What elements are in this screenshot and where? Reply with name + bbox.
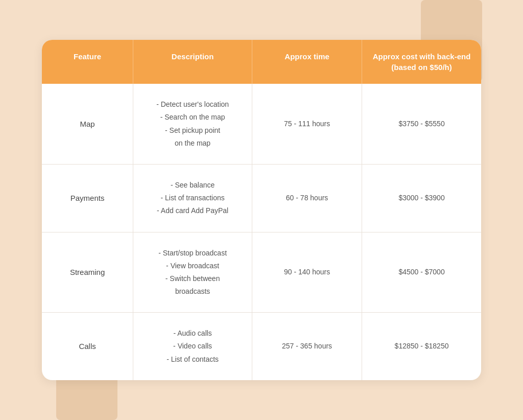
- description-streaming: - Start/stop broadcast - View broadcast …: [133, 232, 252, 313]
- desc-line: - Search on the map: [160, 111, 225, 124]
- header-description: Description: [133, 40, 252, 84]
- cost-payments: $3000 - $3900: [362, 165, 481, 232]
- desc-line: - Set pickup point: [165, 124, 220, 137]
- desc-line: - List of transactions: [160, 192, 224, 204]
- table-body: Map - Detect user's location - Search on…: [42, 84, 481, 380]
- feature-map: Map: [42, 84, 133, 164]
- feature-payments: Payments: [42, 165, 133, 232]
- header-feature: Feature: [42, 40, 133, 84]
- desc-line: - View broadcast: [166, 260, 219, 272]
- page-wrapper: Feature Description Approx time Approx c…: [0, 0, 523, 420]
- desc-line: broadcasts: [175, 285, 210, 298]
- desc-line: - Detect user's location: [156, 98, 229, 111]
- table-row: Streaming - Start/stop broadcast - View …: [42, 232, 481, 313]
- desc-line: - See balance: [171, 179, 215, 192]
- cost-calls: $12850 - $18250: [362, 313, 481, 380]
- header-cost: Approx cost with back-end (based on $50/…: [362, 40, 481, 84]
- table-row: Payments - See balance - List of transac…: [42, 165, 481, 232]
- cost-map: $3750 - $5550: [362, 84, 481, 164]
- description-calls: - Audio calls - Video calls - List of co…: [133, 313, 252, 380]
- time-streaming: 90 - 140 hours: [252, 232, 362, 313]
- desc-line: - Switch between: [165, 272, 220, 285]
- description-map: - Detect user's location - Search on the…: [133, 84, 252, 164]
- desc-line: - Add card Add PayPal: [157, 204, 228, 217]
- table-row: Map - Detect user's location - Search on…: [42, 84, 481, 165]
- time-map: 75 - 111 hours: [252, 84, 362, 164]
- time-calls: 257 - 365 hours: [252, 313, 362, 380]
- desc-line: - Audio calls: [173, 327, 211, 340]
- feature-streaming: Streaming: [42, 232, 133, 313]
- pricing-table: Feature Description Approx time Approx c…: [42, 40, 481, 380]
- table-header: Feature Description Approx time Approx c…: [42, 40, 481, 84]
- header-time: Approx time: [252, 40, 362, 84]
- desc-line: on the map: [175, 137, 210, 150]
- table-row: Calls - Audio calls - Video calls - List…: [42, 313, 481, 380]
- description-payments: - See balance - List of transactions - A…: [133, 165, 252, 232]
- desc-line: - Video calls: [173, 340, 212, 353]
- desc-line: - Start/stop broadcast: [158, 247, 227, 260]
- feature-calls: Calls: [42, 313, 133, 380]
- time-payments: 60 - 78 hours: [252, 165, 362, 232]
- desc-line: - List of contacts: [167, 353, 219, 366]
- cost-streaming: $4500 - $7000: [362, 232, 481, 313]
